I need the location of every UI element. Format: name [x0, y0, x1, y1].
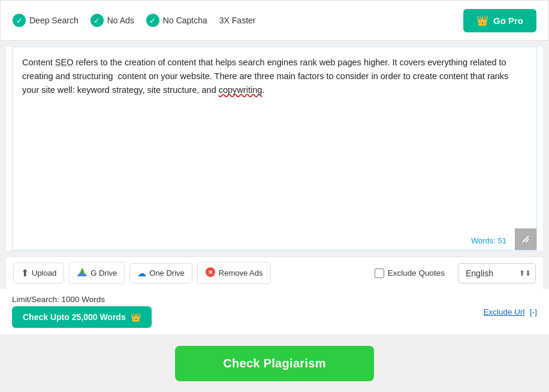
- language-select[interactable]: English French Spanish German Arabic: [458, 263, 536, 284]
- check-words-crown-icon: 👑: [131, 312, 141, 322]
- limit-text: Limit/Search: 1000 Words: [12, 295, 152, 304]
- go-pro-button[interactable]: 👑 Go Pro: [463, 9, 536, 32]
- bottom-bar: Limit/Search: 1000 Words Check Upto 25,0…: [0, 289, 549, 334]
- gdrive-icon: [77, 267, 88, 279]
- text-editor-wrapper[interactable]: Content SEO refers to the creation of co…: [12, 47, 537, 251]
- deep-search-label: Deep Search: [29, 16, 79, 25]
- remove-ads-icon: ✕: [205, 267, 216, 279]
- word-count: Words: 51: [471, 236, 506, 245]
- text-content[interactable]: Content SEO refers to the creation of co…: [13, 47, 536, 106]
- svg-text:✕: ✕: [208, 269, 213, 276]
- upload-label: Upload: [32, 269, 56, 278]
- svg-line-0: [523, 236, 529, 242]
- bottom-bar-left: Limit/Search: 1000 Words Check Upto 25,0…: [12, 295, 152, 328]
- crown-icon: 👑: [476, 15, 488, 26]
- upload-button[interactable]: ⬆ Upload: [13, 263, 64, 284]
- onedrive-label: One Drive: [149, 269, 185, 278]
- svg-line-1: [526, 239, 529, 242]
- toolbar: ⬆ Upload G Drive ☁ One Drive ✕ Remove Ad…: [6, 257, 543, 289]
- no-ads-label: No Ads: [107, 16, 134, 25]
- deep-search-check-icon: ✓: [13, 14, 26, 27]
- feature-list: ✓ Deep Search ✓ No Ads ✓ No Captcha 3X F…: [13, 14, 256, 27]
- language-select-wrapper: English French Spanish German Arabic ⬆⬇: [458, 263, 536, 284]
- onedrive-icon: ☁: [137, 268, 146, 279]
- remove-ads-button[interactable]: ✕ Remove Ads: [197, 262, 271, 284]
- onedrive-button[interactable]: ☁ One Drive: [129, 263, 192, 284]
- feature-no-captcha: ✓ No Captcha: [146, 14, 207, 27]
- no-ads-check-icon: ✓: [91, 14, 104, 27]
- seo-word: SEO: [55, 58, 74, 67]
- go-pro-label: Go Pro: [493, 16, 523, 26]
- check-words-button[interactable]: Check Upto 25,000 Words 👑: [12, 306, 152, 328]
- text-area-container: Content SEO refers to the creation of co…: [6, 47, 543, 251]
- copywriting-word: copywriting: [219, 85, 263, 95]
- resize-icon[interactable]: [515, 228, 536, 250]
- top-bar: ✓ Deep Search ✓ No Ads ✓ No Captcha 3X F…: [0, 0, 549, 41]
- exclude-quotes-wrapper: Exclude Quotes: [375, 269, 445, 278]
- feature-deep-search: ✓ Deep Search: [13, 14, 79, 27]
- exclude-quotes-checkbox[interactable]: [375, 269, 384, 278]
- exclude-url-bracket: [-]: [530, 307, 537, 316]
- check-plagiarism-button[interactable]: Check Plagiarism: [175, 346, 374, 381]
- feature-no-ads: ✓ No Ads: [91, 14, 134, 27]
- remove-ads-label: Remove Ads: [219, 269, 263, 278]
- check-words-label: Check Upto 25,000 Words: [23, 312, 126, 322]
- no-captcha-label: No Captcha: [163, 16, 207, 25]
- gdrive-button[interactable]: G Drive: [69, 262, 125, 284]
- check-plagiarism-section: Check Plagiarism: [0, 334, 549, 387]
- feature-3x-faster: 3X Faster: [219, 16, 256, 25]
- 3x-faster-label: 3X Faster: [219, 16, 256, 25]
- gdrive-label: G Drive: [91, 269, 117, 278]
- bottom-bar-right: Exclude Url [-]: [484, 306, 537, 317]
- no-captcha-check-icon: ✓: [146, 14, 159, 27]
- exclude-quotes-label[interactable]: Exclude Quotes: [388, 269, 445, 278]
- upload-icon: ⬆: [21, 267, 29, 279]
- exclude-url-link[interactable]: Exclude Url: [484, 307, 525, 316]
